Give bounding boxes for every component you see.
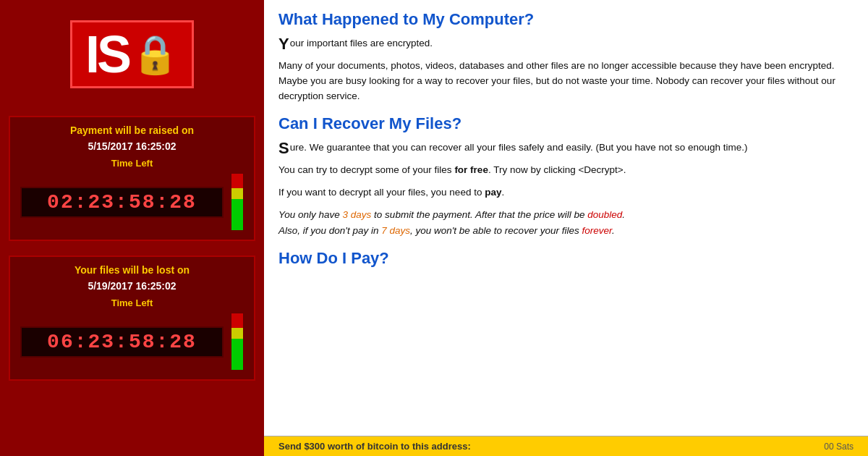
italic1-doubled: doubled [587, 209, 622, 220]
timer2-left-label: Time Left [111, 297, 153, 308]
timer1-display-row: 02:23:58:28 [20, 173, 244, 231]
timer2-bar-yellow [231, 328, 243, 339]
timer2-title: Your files will be lost on [75, 264, 190, 276]
timer2-display-row: 06:23:58:28 [20, 313, 244, 371]
italic2-red: 7 days [381, 225, 410, 236]
timer-box-2: Your files will be lost on 5/19/2017 16:… [9, 256, 255, 381]
section2-para3-bold: pay [485, 187, 501, 198]
italic2-end: . [612, 225, 615, 236]
section3-title: How Do I Pay? [278, 249, 854, 268]
timer1-left-label: Time Left [111, 158, 153, 169]
italic1-mid: to submit the payment. After that the pr… [371, 209, 587, 220]
section1-para1: Your important files are encrypted. [278, 36, 854, 51]
section2-italic1: You only have 3 days to submit the payme… [278, 207, 854, 238]
right-content[interactable]: What Happened to My Computer? Your impor… [264, 0, 868, 436]
timer2-digits: 06:23:58:28 [20, 326, 224, 358]
italic1-pre: You only have [278, 209, 343, 220]
section2-para2-rest: . Try now by clicking <Decrypt>. [488, 164, 626, 175]
right-panel: What Happened to My Computer? Your impor… [264, 0, 868, 456]
timer1-bar [231, 173, 244, 231]
timer1-bar-yellow [231, 188, 243, 200]
timer2-date: 5/19/2017 16:25:02 [88, 280, 176, 292]
timer2-bar-green [231, 339, 243, 370]
section2-para1: Sure. We guarantee that you can recover … [278, 140, 854, 156]
section2-para3: If you want to decrypt all your files, y… [278, 185, 854, 200]
timer-box-1: Payment will be raised on 5/15/2017 16:2… [9, 116, 255, 241]
section2-para2-bold: for free [454, 164, 488, 175]
timer2-bar [231, 313, 244, 371]
bottom-bar-text: Send $300 worth of bitcoin to this addre… [278, 441, 471, 452]
italic2-mid: , you won't be able to recover your file… [410, 225, 582, 236]
italic1-end: . [622, 209, 625, 220]
timer1-digits: 02:23:58:28 [20, 187, 224, 218]
section1-title: What Happened to My Computer? [278, 10, 854, 29]
logo-text: IS [85, 28, 129, 80]
section1-para2: Many of your documents, photos, videos, … [278, 59, 854, 104]
section2-title: Can I Recover My Files? [278, 114, 854, 133]
section1-para1-rest: our important files are encrypted. [290, 38, 433, 48]
timer2-bar-red [231, 313, 243, 328]
italic2-pre: Also, if you don't pay in [278, 225, 381, 236]
timer1-bar-red [231, 174, 243, 188]
bottom-bar-right: 00 Sats [824, 442, 854, 452]
timer1-title: Payment will be raised on [70, 124, 194, 136]
section2-para3-rest: . [501, 187, 504, 198]
logo-box: IS 🔒 [70, 20, 194, 88]
section1-first-letter: Y [278, 36, 289, 52]
italic2-forever: forever [582, 225, 612, 236]
left-panel: IS 🔒 Payment will be raised on 5/15/2017… [0, 0, 264, 456]
timer1-bar-green [231, 199, 243, 230]
section2-para3-pre: If you want to decrypt all your files, y… [278, 187, 485, 198]
section2-para1-rest: ure. We guarantee that you can recover a… [290, 142, 748, 153]
section2-para2-pre: You can try to decrypt some of your file… [278, 164, 454, 175]
timer1-date: 5/15/2017 16:25:02 [88, 140, 176, 152]
section2-para2: You can try to decrypt some of your file… [278, 163, 854, 178]
logo-area: IS 🔒 [0, 0, 264, 109]
logo-lock-icon: 🔒 [132, 35, 179, 73]
italic1-red: 3 days [343, 209, 372, 220]
section2-first-letter: S [278, 140, 289, 156]
bottom-bar: Send $300 worth of bitcoin to this addre… [264, 436, 868, 456]
